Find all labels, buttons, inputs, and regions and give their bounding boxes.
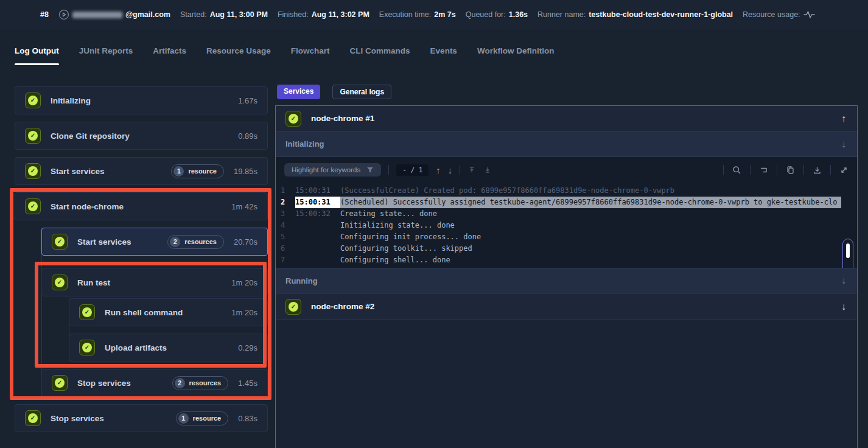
check-success-icon: ✓ — [79, 340, 95, 355]
next-match-icon[interactable]: ↓ — [448, 165, 453, 175]
step-stop-services-nested[interactable]: ✓ Stop services 2 resources 1.45s — [41, 369, 268, 397]
log-lines: 115:00:31(SuccessfulCreate) Created pod:… — [276, 184, 857, 268]
check-success-icon: ✓ — [285, 111, 301, 127]
log-line-selected[interactable]: 215:00:31(Scheduled) Successfully assign… — [278, 197, 841, 208]
finished-field: Finished: Aug 11, 3:02 PM — [278, 10, 369, 19]
log-line[interactable]: 4Initializing state... done — [278, 220, 841, 231]
tab-events[interactable]: Events — [430, 46, 457, 65]
tab-workflow-definition[interactable]: Workflow Definition — [477, 46, 555, 65]
tab-artifacts[interactable]: Artifacts — [153, 46, 186, 65]
step-start-services[interactable]: ✓ Start services 1 resource 19.85s — [15, 157, 268, 185]
check-success-icon: ✓ — [25, 128, 41, 144]
redacted-email — [72, 12, 122, 18]
match-counter: - / 1 — [396, 164, 429, 176]
started-field: Started: Aug 11, 3:00 PM — [180, 10, 268, 19]
check-success-icon: ✓ — [52, 375, 68, 391]
step-run-test[interactable]: ✓ Run test 1m 20s — [41, 268, 268, 296]
queued-for-field: Queued for: 1.36s — [466, 10, 528, 19]
collapse-icon[interactable]: ↑ — [841, 114, 846, 124]
check-success-icon: ✓ — [25, 163, 41, 179]
tab-log-output[interactable]: Log Output — [15, 46, 59, 65]
tab-junit-reports[interactable]: JUnit Reports — [79, 46, 133, 65]
log-line[interactable]: 7Configuring shell... done — [278, 254, 841, 266]
keyword-filter-input[interactable]: Highlight for keywords — [284, 163, 381, 177]
check-success-icon: ✓ — [52, 234, 68, 250]
step-start-services-nested[interactable]: ✓ Start services 2 resources 20.70s — [41, 228, 268, 256]
execution-time-field: Execution time: 2m 7s — [379, 10, 456, 19]
resource-count-badge: 2 resources — [167, 235, 224, 249]
step-upload-artifacts[interactable]: ✓ Upload artifacts 0.29s — [69, 334, 268, 362]
resource-usage-field: Resource usage: — [743, 10, 816, 19]
services-filter-button[interactable]: Services — [277, 85, 320, 99]
search-icon[interactable] — [732, 166, 741, 175]
runner-name-field: Runner name: testkube-cloud-test-dev-run… — [537, 10, 733, 19]
download-icon[interactable] — [813, 166, 822, 175]
tab-resource-usage[interactable]: Resource Usage — [206, 46, 271, 65]
execution-tabs: Log Output JUnit Reports Artifacts Resou… — [15, 46, 554, 65]
expand-icon[interactable]: ↓ — [841, 139, 846, 149]
log-line[interactable]: 6Configuring toolkit... skipped — [278, 243, 841, 254]
jump-to-bottom-icon[interactable] — [483, 166, 492, 174]
general-logs-filter-button[interactable]: General logs — [332, 85, 391, 99]
scrollbar-thumb[interactable] — [846, 243, 850, 258]
resource-count-badge: 2 resources — [172, 376, 229, 390]
check-success-icon: ✓ — [79, 304, 95, 320]
step-initializing[interactable]: ✓ Initializing 1.67s — [15, 86, 268, 114]
resource-count-badge: 1 resource — [176, 411, 228, 425]
service-1-header[interactable]: ✓ node-chrome #1 ↑ — [276, 106, 857, 131]
check-success-icon: ✓ — [25, 93, 41, 108]
prev-match-icon[interactable]: ↑ — [436, 165, 441, 175]
log-line[interactable]: 5Configuring init process... done — [278, 231, 841, 243]
activity-pulse-icon[interactable] — [803, 10, 816, 19]
section-running[interactable]: Running ↓ — [276, 268, 857, 293]
tab-cli-commands[interactable]: CLI Commands — [350, 46, 410, 65]
copy-icon[interactable] — [786, 166, 795, 175]
check-success-icon: ✓ — [52, 275, 68, 290]
check-success-icon: ✓ — [25, 198, 41, 214]
word-wrap-icon[interactable] — [759, 166, 768, 175]
log-viewer: Highlight for keywords - / 1 ↑ ↓ — [276, 157, 857, 268]
jump-to-top-icon[interactable] — [467, 166, 476, 174]
step-start-node-chrome[interactable]: ✓ Start node-chrome 1m 42s — [15, 192, 268, 220]
trigger-user-icon — [58, 9, 69, 20]
service-2-header[interactable]: ✓ node-chrome #2 ↓ — [276, 293, 857, 320]
email-domain: @gmail.com — [125, 10, 170, 19]
log-toolbar: Highlight for keywords - / 1 ↑ ↓ — [276, 157, 857, 183]
funnel-icon — [366, 167, 374, 173]
section-initializing[interactable]: Initializing ↓ — [276, 131, 857, 157]
resource-count-badge: 1 resource — [171, 164, 223, 178]
expand-icon[interactable]: ↓ — [841, 276, 846, 285]
run-number: #8 — [40, 10, 49, 19]
expand-icon[interactable]: ↓ — [841, 302, 846, 312]
tab-flowchart[interactable]: Flowchart — [291, 46, 330, 65]
step-stop-services[interactable]: ✓ Stop services 1 resource 0.83s — [15, 404, 268, 432]
step-clone-git-repository[interactable]: ✓ Clone Git repository 0.89s — [15, 122, 268, 150]
log-filter-buttons: Services General logs — [277, 85, 391, 99]
step-run-shell-command[interactable]: ✓ Run shell command 1m 20s — [69, 298, 268, 326]
log-line[interactable]: 315:00:32Creating state... done — [278, 208, 841, 220]
log-line[interactable]: 115:00:31(SuccessfulCreate) Created pod:… — [278, 185, 841, 197]
fullscreen-icon[interactable] — [839, 166, 849, 175]
execution-header: #8 @gmail.com Started: Aug 11, 3:00 PM F… — [0, 0, 868, 29]
check-success-icon: ✓ — [25, 410, 41, 426]
check-success-icon: ✓ — [285, 299, 301, 315]
services-log-container: ✓ node-chrome #1 ↑ Initializing ↓ Highli… — [275, 105, 858, 448]
